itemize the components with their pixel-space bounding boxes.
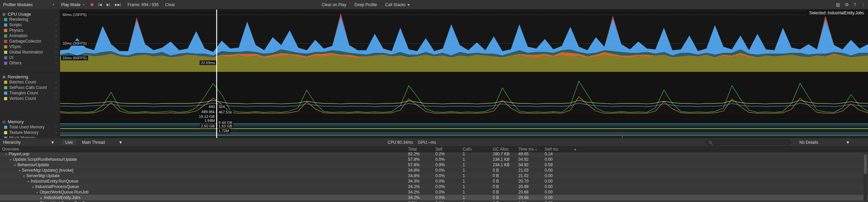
table-row-industrialentity-runqueue[interactable]: ▼IndustrialEntity.RunQueue34.3%0.0%10 B2… xyxy=(0,178,868,184)
search-input[interactable] xyxy=(714,140,788,144)
table-row-industrialprocessqueue[interactable]: ▼IndustrialProcessQueue34.2%0.0%10 B20.6… xyxy=(0,184,868,189)
foldout-arrow-icon[interactable]: ▼ xyxy=(23,174,26,178)
column-header-gc-alloc[interactable]: GC Alloc xyxy=(488,147,513,152)
legend-item-others[interactable]: Others≡ xyxy=(0,60,59,66)
frame-timing-summary: CPU:60.34ms GPU:--ms xyxy=(388,140,436,145)
module-header-rendering[interactable]: ▣Rendering xyxy=(0,74,59,79)
row-name-cell: ▼BehaviourUpdate xyxy=(0,162,403,168)
legend-item-scripts[interactable]: Scripts≡ xyxy=(0,22,59,28)
column-header-calls[interactable]: Calls xyxy=(458,147,488,152)
thread-dropdown[interactable]: Main Thread ▼ xyxy=(79,138,126,146)
legend-item-total-used-memory[interactable]: Total Used Memory≡ xyxy=(0,124,59,130)
legend-item-garbagecollector[interactable]: GarbageCollector≡ xyxy=(0,38,59,44)
table-row-behaviourupdate[interactable]: ▼BehaviourUpdate57.8%0.9%1234.1 KB34.920… xyxy=(0,162,868,168)
legend-color-swatch xyxy=(4,81,7,84)
table-row-servermgr-update[interactable]: ▼ServerMgr.Update34.8%0.0%10 B21.020.00 xyxy=(0,173,868,178)
legend-item-texture-memory[interactable]: Texture Memory≡ xyxy=(0,130,59,135)
legend-label: SetPass Calls Count xyxy=(9,85,47,90)
legend-item-vsync[interactable]: VSync≡ xyxy=(0,44,59,49)
fps-gridline xyxy=(60,43,868,44)
row-total: 34.2% xyxy=(403,184,430,189)
foldout-arrow-icon[interactable]: ▼ xyxy=(31,185,35,189)
row-self-ms: 0.00 xyxy=(540,173,569,178)
table-row-update-scriptrunbehaviourupdate[interactable]: ▼Update.ScriptRunBehaviourUpdate57.8%0.0… xyxy=(0,157,868,162)
table-row-servermgr-update-invoke[interactable]: ▼ServerMgr.Update() [Invoke]34.8%0.0%10 … xyxy=(0,168,868,173)
row-gc-alloc: 0 B xyxy=(488,173,513,178)
clear-on-play-toggle[interactable]: Clear on Play xyxy=(318,1,350,8)
column-header-total[interactable]: Total xyxy=(403,147,430,152)
row-time-ms: 20.68 xyxy=(513,189,540,195)
column-header-overview[interactable]: Overview xyxy=(0,147,403,152)
deep-profile-toggle[interactable]: Deep Profile xyxy=(351,1,380,8)
rendering-line-setpass-calls-count xyxy=(60,81,868,112)
drag-handle-icon: ≡ xyxy=(55,86,57,89)
prev-frame-button[interactable]: |◀ xyxy=(96,1,104,9)
column-header-self[interactable]: Self xyxy=(430,147,458,152)
legend-item-batches-count[interactable]: Batches Count≡ xyxy=(0,79,59,85)
layout-icon[interactable]: ▤ xyxy=(836,2,840,7)
play-mode-dropdown[interactable]: Play Mode ▼ xyxy=(58,0,88,10)
legend-item-physics[interactable]: Physics≡ xyxy=(0,28,59,33)
table-row-playerloop[interactable]: ▼PlayerLoop82.2%0.2%1280.7 KB49.650.14 xyxy=(0,152,868,157)
column-header-self-ms[interactable]: Self ms xyxy=(540,147,569,152)
legend-item-triangles-count[interactable]: Triangles Count≡ xyxy=(0,90,59,96)
row-warning-cell xyxy=(569,173,582,178)
row-self: 0.0% xyxy=(430,195,458,200)
table-row-objectworkqueue-runjob[interactable]: ▼ObjectWorkQueue.RunJob34.2%0.0%10 B20.6… xyxy=(0,189,868,195)
next-frame-icon: ▶| xyxy=(107,3,110,6)
column-header-time-ms[interactable]: Time ms▼ xyxy=(513,147,540,152)
view-mode-dropdown[interactable]: Hierarchy ▼ xyxy=(0,138,58,146)
help-icon[interactable]: ? xyxy=(854,2,856,7)
profiler-modules-dropdown[interactable]: Profiler Modules ▼ xyxy=(0,0,58,10)
foldout-arrow-icon[interactable]: ▼ xyxy=(5,152,9,157)
row-self: 0.0% xyxy=(430,157,458,162)
legend-item-global-illumination[interactable]: Global Illumination≡ xyxy=(0,49,59,55)
rendering-chart[interactable] xyxy=(60,72,868,117)
column-header-warning[interactable]: ▲ xyxy=(569,147,582,151)
details-dropdown[interactable]: No Details ▼ xyxy=(796,138,853,146)
table-row-objectworkqueue-runqueue[interactable]: ▶ObjectWorkQueue.RunQueue3.0%0.0%10 B1.8… xyxy=(0,200,868,202)
legend-label: Texture Memory xyxy=(9,130,39,135)
search-field[interactable] xyxy=(706,139,791,145)
drag-handle-icon: ≡ xyxy=(55,97,57,100)
scrollbar-thumb[interactable] xyxy=(864,154,867,174)
current-frame-button[interactable]: ▶▶| xyxy=(112,1,123,9)
call-stacks-dropdown[interactable]: Call Stacks ▾ xyxy=(382,1,413,8)
row-filler xyxy=(582,200,868,202)
cpu-usage-icon: ▦ xyxy=(2,12,5,16)
row-name-cell: ▼IndustrialProcessQueue xyxy=(0,184,403,189)
legend-item-setpass-calls-count[interactable]: SetPass Calls Count≡ xyxy=(0,85,59,90)
live-toggle[interactable]: Live xyxy=(61,139,76,145)
module-header-cpu-usage[interactable]: ▦CPU Usage xyxy=(0,11,59,17)
cpu-usage-chart[interactable]: 66ms (15FPS)33ms (30FPS)16ms (60FPS) Sel… xyxy=(60,10,868,72)
row-name-cell: ▼ServerMgr.Update() [Invoke] xyxy=(0,168,403,173)
current-frame-icon: ▶▶| xyxy=(115,3,121,6)
row-calls: 1 xyxy=(458,184,488,189)
foldout-arrow-icon[interactable]: ▼ xyxy=(9,157,13,162)
foldout-arrow-icon[interactable]: ▶ xyxy=(40,196,44,200)
table-row-industrialentity-jobs[interactable]: ▶IndustrialEntity.Jobs34.2%0.0%10 B20.68… xyxy=(0,195,868,200)
row-warning-cell xyxy=(569,168,582,173)
module-title: Rendering xyxy=(8,74,28,79)
foldout-arrow-icon[interactable]: ▼ xyxy=(14,163,17,168)
legend-color-swatch xyxy=(4,126,7,129)
foldout-arrow-icon[interactable]: ▼ xyxy=(36,190,40,195)
module-header-memory[interactable]: ▤Memory xyxy=(0,119,59,124)
memory-chart[interactable] xyxy=(60,117,868,138)
row-calls: 1 xyxy=(458,173,488,178)
legend-item-ui[interactable]: UI≡ xyxy=(0,55,59,60)
legend-color-swatch xyxy=(4,92,7,95)
foldout-arrow-icon[interactable]: ▼ xyxy=(27,179,31,184)
record-button[interactable] xyxy=(88,1,96,9)
profiler-modules-label: Profiler Modules xyxy=(3,2,33,7)
table-scrollbar[interactable] xyxy=(864,153,867,201)
clear-button[interactable]: Clear xyxy=(163,1,178,9)
next-frame-button[interactable]: ▶| xyxy=(104,1,112,9)
legend-item-vertices-count[interactable]: Vertices Count≡ xyxy=(0,96,59,101)
legend-item-rendering[interactable]: Rendering≡ xyxy=(0,17,59,22)
settings-gear-icon[interactable]: ⚙ xyxy=(845,2,849,7)
row-total: 34.2% xyxy=(403,195,430,200)
kebab-menu-icon[interactable]: ⋮ xyxy=(861,2,865,7)
foldout-arrow-icon[interactable]: ▼ xyxy=(18,168,22,173)
legend-item-animation[interactable]: Animation≡ xyxy=(0,33,59,38)
